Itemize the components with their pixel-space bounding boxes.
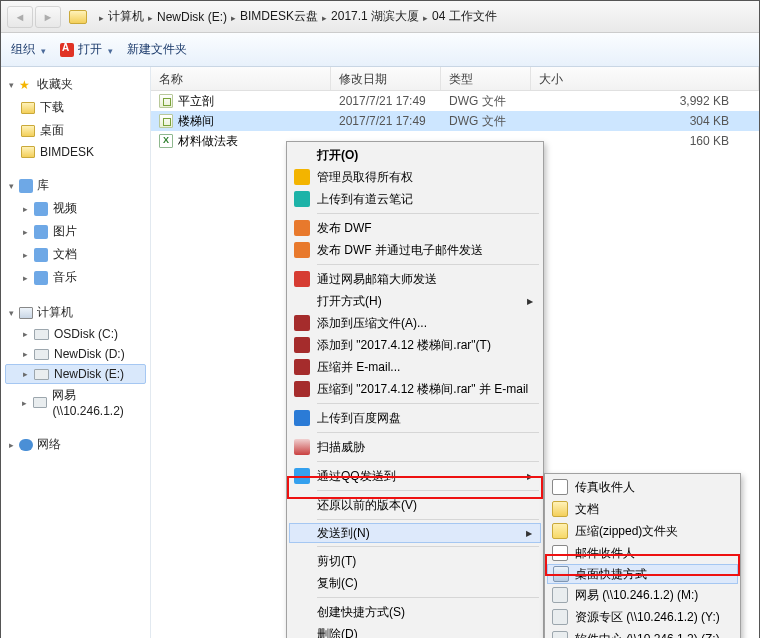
breadcrumb[interactable]: 计算机 NewDisk (E:) BIMDESK云盘 2017.1 湖滨大厦 0…: [95, 8, 497, 25]
file-row[interactable]: 楼梯间2017/7/21 17:49DWG 文件304 KB: [151, 111, 759, 131]
menu-item[interactable]: 剪切(T): [289, 550, 541, 572]
menu-item[interactable]: 打开方式(H): [289, 290, 541, 312]
menu-item[interactable]: 添加到 "2017.4.12 楼梯间.rar"(T): [289, 334, 541, 356]
breadcrumb-item[interactable]: BIMDESK云盘: [240, 8, 318, 25]
col-date[interactable]: 修改日期: [331, 67, 441, 90]
menu-item-label: 压缩到 "2017.4.12 楼梯间.rar" 并 E-mail: [317, 381, 528, 398]
menu-item[interactable]: 压缩到 "2017.4.12 楼梯间.rar" 并 E-mail: [289, 378, 541, 400]
forward-button[interactable]: ►: [35, 6, 61, 28]
new-folder-button[interactable]: 新建文件夹: [127, 41, 187, 58]
breadcrumb-item[interactable]: 计算机: [108, 8, 144, 25]
menu-separator: [317, 490, 539, 491]
sidebar-item-videos[interactable]: 视频: [5, 197, 146, 220]
menu-item[interactable]: 打开(O): [289, 144, 541, 166]
menu-item[interactable]: 上传到百度网盘: [289, 407, 541, 429]
darkred-icon: [294, 381, 310, 397]
monitor-icon: [553, 566, 569, 582]
menu-item[interactable]: 传真收件人: [547, 476, 738, 498]
favorites-header[interactable]: 收藏夹: [5, 73, 146, 96]
menu-item[interactable]: 添加到压缩文件(A)...: [289, 312, 541, 334]
menu-item[interactable]: 通过QQ发送到: [289, 465, 541, 487]
open-button[interactable]: 打开: [60, 41, 113, 58]
folder-icon: [21, 146, 35, 158]
menu-item[interactable]: 资源专区 (\\10.246.1.2) (Y:): [547, 606, 738, 628]
menu-item-label: 管理员取得所有权: [317, 169, 413, 186]
menu-item[interactable]: 通过网易邮箱大师发送: [289, 268, 541, 290]
menu-item[interactable]: 还原以前的版本(V): [289, 494, 541, 516]
computer-header[interactable]: 计算机: [5, 301, 146, 324]
menu-item[interactable]: 网易 (\\10.246.1.2) (M:): [547, 584, 738, 606]
shield-icon: [294, 439, 310, 455]
library-icon: [19, 179, 33, 193]
col-size[interactable]: 大小: [531, 67, 759, 90]
file-type: DWG 文件: [441, 93, 531, 110]
library-icon: [34, 271, 48, 285]
menu-item[interactable]: 文档: [547, 498, 738, 520]
menu-item[interactable]: 创建快捷方式(S): [289, 601, 541, 623]
sidebar-item-pictures[interactable]: 图片: [5, 220, 146, 243]
breadcrumb-sep: [227, 10, 240, 24]
menu-item-label: 发送到(N): [317, 525, 370, 542]
red-icon: [294, 271, 310, 287]
sidebar-item-documents[interactable]: 文档: [5, 243, 146, 266]
menu-item[interactable]: 压缩(zipped)文件夹: [547, 520, 738, 542]
file-row[interactable]: 平立剖2017/7/21 17:49DWG 文件3,992 KB: [151, 91, 759, 111]
file-size: 160 KB: [531, 134, 759, 148]
menu-item-label: 添加到 "2017.4.12 楼梯间.rar"(T): [317, 337, 491, 354]
darkred-icon: [294, 315, 310, 331]
menu-item[interactable]: 发布 DWF 并通过电子邮件发送: [289, 239, 541, 261]
darkred-icon: [294, 337, 310, 353]
file-icon: [159, 114, 173, 128]
menu-item[interactable]: 软件中心 (\\10.246.1.2) (Z:): [547, 628, 738, 638]
folder-icon: [552, 501, 568, 517]
sidebar-item-bimdesk[interactable]: BIMDESK: [5, 142, 146, 162]
file-icon: [159, 94, 173, 108]
organize-menu[interactable]: 组织: [11, 41, 46, 58]
col-type[interactable]: 类型: [441, 67, 531, 90]
doc-icon: [552, 479, 568, 495]
sidebar-item-netdrive[interactable]: 网易 (\\10.246.1.2): [5, 384, 146, 421]
app-icon: [60, 43, 74, 57]
menu-separator: [317, 461, 539, 462]
menu-item[interactable]: 复制(C): [289, 572, 541, 594]
menu-item[interactable]: 发布 DWF: [289, 217, 541, 239]
sidebar-item-drive-c[interactable]: OSDisk (C:): [5, 324, 146, 344]
menu-item[interactable]: 邮件收件人: [547, 542, 738, 564]
menu-item-label: 发布 DWF: [317, 220, 372, 237]
breadcrumb-item[interactable]: NewDisk (E:): [157, 10, 227, 24]
doc-icon: [552, 545, 568, 561]
menu-item-label: 发布 DWF 并通过电子邮件发送: [317, 242, 483, 259]
star-icon: [19, 78, 33, 92]
library-icon: [34, 225, 48, 239]
libraries-header[interactable]: 库: [5, 174, 146, 197]
back-button[interactable]: ◄: [7, 6, 33, 28]
menu-item[interactable]: 上传到有道云笔记: [289, 188, 541, 210]
menu-item[interactable]: 扫描威胁: [289, 436, 541, 458]
menu-item-label: 复制(C): [317, 575, 358, 592]
menu-item-label: 文档: [575, 501, 599, 518]
computer-icon: [19, 307, 33, 319]
menu-item[interactable]: 压缩并 E-mail...: [289, 356, 541, 378]
breadcrumb-item[interactable]: 2017.1 湖滨大厦: [331, 8, 419, 25]
menu-item[interactable]: 管理员取得所有权: [289, 166, 541, 188]
menu-item-label: 网易 (\\10.246.1.2) (M:): [575, 587, 698, 604]
col-name[interactable]: 名称: [151, 67, 331, 90]
menu-item[interactable]: 发送到(N): [289, 523, 541, 543]
file-name: 平立剖: [178, 93, 214, 110]
sendto-submenu: 传真收件人文档压缩(zipped)文件夹邮件收件人桌面快捷方式网易 (\\10.…: [544, 473, 741, 638]
sidebar-item-downloads[interactable]: 下载: [5, 96, 146, 119]
explorer-window: ◄ ► 计算机 NewDisk (E:) BIMDESK云盘 2017.1 湖滨…: [0, 0, 760, 638]
drive-icon: [34, 349, 49, 360]
network-header[interactable]: 网络: [5, 433, 146, 456]
menu-item[interactable]: 桌面快捷方式: [547, 564, 738, 584]
sidebar-item-desktop[interactable]: 桌面: [5, 119, 146, 142]
library-icon: [34, 248, 48, 262]
sidebar-item-drive-e[interactable]: NewDisk (E:): [5, 364, 146, 384]
sidebar-item-drive-d[interactable]: NewDisk (D:): [5, 344, 146, 364]
sidebar-item-music[interactable]: 音乐: [5, 266, 146, 289]
menu-item[interactable]: 删除(D): [289, 623, 541, 638]
drive-icon: [552, 587, 568, 603]
breadcrumb-item[interactable]: 04 工作文件: [432, 8, 497, 25]
menu-separator: [317, 213, 539, 214]
menu-item-label: 软件中心 (\\10.246.1.2) (Z:): [575, 631, 720, 639]
